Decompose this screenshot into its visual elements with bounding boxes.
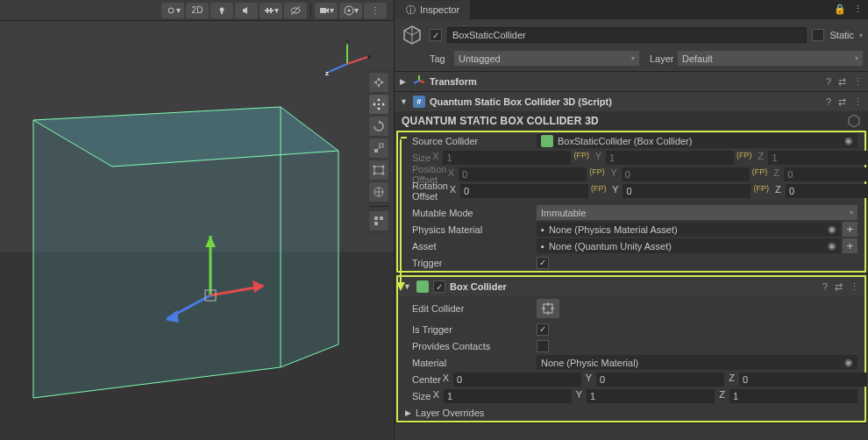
preset-icon[interactable]: ⇄ bbox=[838, 76, 846, 88]
tag-label: Tag bbox=[430, 53, 451, 64]
tag-dropdown[interactable]: Untagged bbox=[454, 51, 639, 66]
info-icon: ⓘ bbox=[405, 4, 416, 15]
view-tool[interactable] bbox=[369, 73, 388, 92]
custom-tools[interactable] bbox=[369, 211, 388, 231]
move-tool[interactable] bbox=[369, 95, 388, 114]
pos-y[interactable] bbox=[622, 167, 750, 181]
layer-dropdown[interactable]: Default bbox=[678, 51, 863, 66]
scale-tool[interactable] bbox=[369, 138, 388, 158]
menu-icon[interactable]: ⋮ bbox=[853, 76, 863, 88]
center-y[interactable] bbox=[596, 373, 724, 387]
transform-icon bbox=[413, 75, 425, 89]
transform-title: Transform bbox=[430, 76, 822, 87]
svg-rect-2 bbox=[221, 11, 223, 14]
bsize-x[interactable] bbox=[444, 389, 572, 403]
material-label: Material bbox=[405, 358, 537, 368]
help-icon[interactable]: ? bbox=[826, 76, 831, 88]
rot-y[interactable] bbox=[623, 184, 751, 198]
physmat-label: Physics Material bbox=[405, 224, 537, 235]
material-field[interactable]: None (Physic Material) ◉ bbox=[537, 355, 857, 370]
highlighted-block-quantum: Source Collider BoxStaticCollider (Box C… bbox=[396, 131, 866, 273]
tab-menu-icon[interactable]: ⋮ bbox=[852, 4, 863, 15]
size-z[interactable] bbox=[768, 151, 868, 165]
lighting-toggle[interactable] bbox=[210, 3, 233, 18]
object-picker-icon[interactable]: ◉ bbox=[844, 135, 853, 146]
layerov-foldout[interactable]: ▶ bbox=[405, 408, 414, 417]
gizmos-dropdown[interactable]: ▾ bbox=[339, 3, 362, 18]
istrigger-label: Is Trigger bbox=[405, 324, 537, 335]
rect-tool[interactable] bbox=[369, 160, 388, 180]
gameobject-name-input[interactable] bbox=[447, 27, 807, 43]
asset-mini-icon: ▪ bbox=[541, 241, 544, 252]
svg-point-51 bbox=[382, 173, 385, 175]
rotate-tool[interactable] bbox=[369, 117, 388, 136]
size-label: Size bbox=[405, 153, 430, 163]
lock-icon[interactable]: 🔒 bbox=[835, 4, 845, 15]
static-checkbox[interactable] bbox=[812, 29, 824, 41]
physmat-field[interactable]: ▪ None (Physics Material Asset) ◉ bbox=[537, 222, 841, 237]
scene-toolbar: ▾ 2D ▾ ▾ ▾ ⋮ bbox=[0, 0, 394, 21]
pos-z[interactable] bbox=[784, 167, 868, 181]
center-x[interactable] bbox=[453, 373, 581, 387]
camera-dropdown[interactable]: ▾ bbox=[315, 3, 338, 18]
transform-tool[interactable] bbox=[369, 182, 388, 202]
preset-icon[interactable]: ⇄ bbox=[838, 96, 846, 108]
gameobject-active-checkbox[interactable] bbox=[430, 29, 442, 41]
physmat-add-button[interactable]: + bbox=[843, 222, 857, 237]
size-y[interactable] bbox=[606, 151, 734, 165]
svg-point-50 bbox=[374, 173, 376, 175]
center-label: Center bbox=[405, 374, 441, 385]
rot-z[interactable] bbox=[786, 184, 868, 198]
bsize-y[interactable] bbox=[587, 389, 715, 403]
transform-gizmo[interactable] bbox=[167, 236, 289, 358]
static-dropdown[interactable]: ▾ bbox=[859, 32, 863, 39]
istrigger-checkbox[interactable] bbox=[537, 323, 549, 336]
visibility-toggle[interactable] bbox=[284, 3, 307, 18]
rot-x[interactable] bbox=[460, 184, 588, 198]
mutable-label: Mutable Mode bbox=[405, 208, 537, 218]
menu-icon[interactable]: ⋮ bbox=[850, 281, 859, 293]
edit-collider-label: Edit Collider bbox=[405, 303, 537, 314]
help-icon[interactable]: ? bbox=[822, 281, 828, 293]
quantum-title: Quantum Static Box Collider 3D (Script) bbox=[430, 96, 822, 107]
scene-viewport[interactable]: y x z bbox=[0, 21, 394, 440]
fx-toggle[interactable]: ▾ bbox=[260, 3, 282, 18]
quantum-foldout[interactable]: ▼ bbox=[400, 97, 409, 106]
asset-add-button[interactable]: + bbox=[843, 238, 857, 253]
transform-foldout[interactable]: ▶ bbox=[400, 77, 409, 86]
provides-checkbox[interactable] bbox=[537, 340, 549, 352]
svg-rect-45 bbox=[380, 144, 383, 147]
object-picker-icon[interactable]: ◉ bbox=[828, 240, 836, 252]
boxcollider-icon bbox=[416, 280, 429, 293]
gameobject-icon[interactable] bbox=[400, 23, 424, 47]
boxcollider-component: ▼ Box Collider ? ⇄ ⋮ Edit Collider Is Tr… bbox=[395, 273, 868, 423]
svg-rect-55 bbox=[374, 216, 378, 220]
size-x[interactable] bbox=[443, 151, 571, 165]
scene-panel: ▾ 2D ▾ ▾ ▾ ⋮ bbox=[0, 0, 395, 440]
boxcollider-enabled-checkbox[interactable] bbox=[433, 280, 445, 293]
edit-collider-button[interactable] bbox=[537, 299, 559, 318]
layerov-label: Layer Overrides bbox=[414, 408, 545, 418]
inspector-tab[interactable]: ⓘ Inspector bbox=[395, 0, 470, 19]
mutable-dropdown[interactable]: Immutable bbox=[537, 205, 857, 220]
object-picker-icon[interactable]: ◉ bbox=[828, 224, 836, 235]
trigger-checkbox[interactable] bbox=[537, 257, 549, 269]
audio-toggle[interactable] bbox=[235, 3, 258, 18]
help-icon[interactable]: ? bbox=[826, 96, 831, 108]
draw-mode-dropdown[interactable]: ▾ bbox=[161, 3, 184, 18]
source-collider-label: Source Collider bbox=[405, 136, 537, 146]
preset-icon[interactable]: ⇄ bbox=[835, 281, 843, 293]
menu-icon[interactable]: ⋮ bbox=[853, 96, 863, 108]
svg-rect-42 bbox=[378, 103, 380, 105]
asset-field[interactable]: ▪ None (Quantum Unity Asset) ◉ bbox=[537, 238, 841, 253]
center-z[interactable] bbox=[739, 373, 867, 387]
script-icon: # bbox=[413, 96, 425, 108]
source-collider-field[interactable]: BoxStaticCollider (Box Collider) ◉ bbox=[537, 133, 857, 148]
more-menu[interactable]: ⋮ bbox=[364, 3, 387, 18]
object-picker-icon[interactable]: ◉ bbox=[844, 357, 853, 368]
static-label: Static bbox=[829, 30, 854, 40]
bsize-z[interactable] bbox=[729, 389, 857, 403]
svg-point-0 bbox=[168, 8, 174, 13]
mode-2d-toggle[interactable]: 2D bbox=[186, 3, 209, 18]
pos-x[interactable] bbox=[459, 167, 587, 181]
